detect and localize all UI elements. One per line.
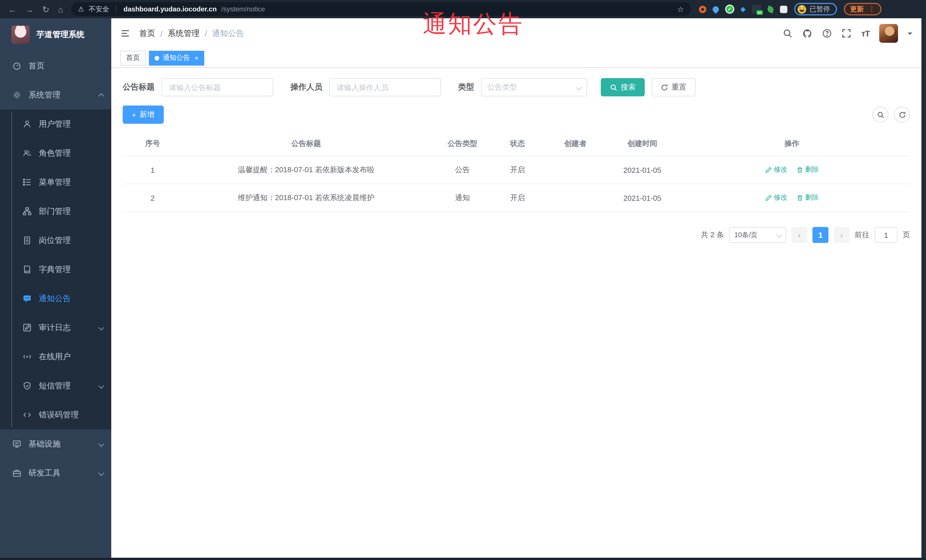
main-area: 首页/系统管理/通知公告 ᴛT — [111, 18, 921, 558]
extension-orange-icon[interactable] — [699, 5, 706, 13]
prev-page-button[interactable]: ‹ — [791, 227, 807, 243]
title-filter-input[interactable] — [162, 78, 273, 97]
hamburger-icon[interactable] — [120, 29, 130, 38]
edit-button[interactable]: 修改 — [765, 193, 787, 203]
tab-label: 通知公告 — [163, 53, 190, 63]
search-icon[interactable] — [783, 29, 793, 38]
close-icon[interactable]: × — [195, 54, 198, 61]
add-button[interactable]: + 新增 — [123, 106, 163, 124]
chevron-down-icon — [98, 325, 104, 331]
goto-page-input[interactable] — [875, 227, 897, 243]
avatar[interactable] — [879, 24, 898, 43]
book-icon — [22, 265, 31, 274]
security-label[interactable]: 不安全 — [89, 4, 109, 14]
title-filter-label: 公告标题 — [123, 82, 154, 92]
sidebar-item-审计日志[interactable]: 审计日志 — [0, 313, 111, 342]
refresh-button[interactable] — [894, 107, 910, 122]
sidebar-item-label: 首页 — [29, 61, 103, 71]
page-size-select[interactable]: 10条/页 — [729, 227, 786, 243]
sidebar-item-错误码管理[interactable]: 错误码管理 — [0, 400, 111, 429]
cell-actions: 修改删除 — [674, 156, 910, 184]
menu-kebab-icon[interactable]: ⋮ — [869, 5, 875, 13]
edit-button[interactable]: 修改 — [765, 165, 787, 175]
sidebar-item-通知公告[interactable]: 通知公告 — [0, 284, 111, 313]
cell-creator — [540, 156, 611, 184]
chevron-down-icon — [776, 232, 782, 237]
reset-button[interactable]: 重置 — [652, 78, 696, 97]
delete-button[interactable]: 删除 — [796, 193, 819, 203]
chevron-down-icon — [576, 85, 582, 90]
breadcrumb-separator: / — [160, 29, 163, 38]
sidebar-item-label: 审计日志 — [39, 323, 99, 333]
sidebar-item-label: 字典管理 — [39, 264, 103, 275]
address-bar[interactable]: ⚠ 不安全 dashboard.yudao.iocoder.cn/system/… — [71, 2, 691, 16]
browser-update-button[interactable]: 更新 ⋮ — [844, 3, 882, 15]
delete-button[interactable]: 删除 — [796, 165, 819, 175]
tab-通知公告[interactable]: 通知公告× — [149, 50, 204, 65]
sidebar-item-首页[interactable]: 首页 — [0, 51, 111, 80]
dashboard-icon — [12, 61, 21, 71]
overlay-annotation-text: 通知公告 — [423, 8, 523, 40]
sidebar-item-菜单管理[interactable]: 菜单管理 — [0, 168, 111, 197]
cell-type: 公告 — [430, 156, 495, 184]
cell-created: 2021-01-05 — [611, 184, 674, 212]
next-page-button[interactable]: › — [834, 227, 850, 243]
breadcrumb-item[interactable]: 首页 — [139, 28, 155, 38]
sidebar-item-基础设施[interactable]: 基础设施 — [0, 429, 111, 459]
extension-on-badge-icon[interactable]: on — [752, 5, 761, 13]
app-window: 芋道管理系统 首页系统管理用户管理角色管理菜单管理部门管理岗位管理字典管理通知公… — [0, 18, 921, 558]
type-select[interactable]: 公告类型 — [481, 78, 587, 97]
search-button[interactable]: 搜索 — [601, 78, 645, 97]
notice-table: 序号公告标题公告类型状态创建者创建时间操作 1温馨提醒：2018-07-01 若… — [123, 132, 910, 212]
tab-首页[interactable]: 首页 — [120, 50, 145, 65]
sidebar-item-用户管理[interactable]: 用户管理 — [0, 110, 111, 139]
app-title: 芋道管理系统 — [36, 30, 85, 40]
sidebar-item-label: 菜单管理 — [39, 177, 103, 187]
shield-icon — [22, 381, 31, 390]
back-icon[interactable]: ← — [8, 5, 17, 14]
sidebar-item-部门管理[interactable]: 部门管理 — [0, 197, 111, 226]
sidebar-item-label: 通知公告 — [39, 293, 103, 304]
sidebar-logo-row[interactable]: 芋道管理系统 — [0, 18, 111, 51]
sidebar-item-字典管理[interactable]: 字典管理 — [0, 255, 111, 284]
chevron-down-icon — [98, 383, 104, 389]
online-icon — [22, 352, 31, 361]
extension-green-icon[interactable]: ✓ — [725, 5, 734, 14]
update-label: 更新 — [850, 4, 864, 14]
fullscreen-icon[interactable] — [842, 29, 852, 38]
sidebar-item-系统管理[interactable]: 系统管理 — [0, 80, 111, 110]
sidebar-item-短信管理[interactable]: 短信管理 — [0, 371, 111, 400]
operator-filter-input[interactable] — [329, 78, 441, 97]
forward-icon[interactable]: → — [25, 5, 34, 14]
badge-icon — [22, 236, 31, 245]
table-tools — [872, 107, 910, 122]
help-icon[interactable] — [822, 29, 832, 38]
home-icon[interactable]: ⌂ — [58, 5, 63, 14]
sidebar-item-label: 部门管理 — [39, 206, 103, 216]
reload-icon[interactable]: ↻ — [42, 5, 49, 14]
gear-icon — [12, 91, 21, 100]
extensions-puzzle-icon[interactable] — [780, 5, 787, 13]
pagination: 共 2 条 10条/页 ‹ 1 › 前往 页 — [123, 227, 910, 243]
sidebar-item-label: 短信管理 — [39, 380, 99, 391]
breadcrumb-item[interactable]: 系统管理 — [168, 28, 200, 38]
sidebar-item-角色管理[interactable]: 角色管理 — [0, 139, 111, 168]
sidebar-item-岗位管理[interactable]: 岗位管理 — [0, 226, 111, 255]
page-1-button[interactable]: 1 — [813, 227, 828, 243]
log-icon — [22, 323, 31, 332]
page-scrollbar[interactable] — [921, 18, 926, 560]
bookmark-star-icon[interactable]: ☆ — [677, 5, 684, 14]
font-size-icon[interactable]: ᴛT — [861, 29, 870, 38]
sidebar-item-在线用户[interactable]: 在线用户 — [0, 342, 111, 371]
sidebar-item-研发工具[interactable]: 研发工具 — [0, 459, 111, 488]
sidebar-item-label: 岗位管理 — [39, 235, 103, 246]
chevron-down-icon[interactable] — [908, 32, 912, 37]
extension-pin-icon[interactable] — [711, 5, 720, 14]
github-icon[interactable] — [802, 28, 813, 38]
extension-leaf-icon[interactable] — [767, 5, 775, 13]
toggle-search-button[interactable] — [872, 107, 888, 122]
column-header-操作: 操作 — [674, 132, 910, 156]
chevron-down-icon — [98, 470, 104, 476]
extension-diamond-icon[interactable]: ◆ — [740, 6, 745, 12]
profile-paused-chip[interactable]: 已暂停 — [794, 3, 837, 15]
